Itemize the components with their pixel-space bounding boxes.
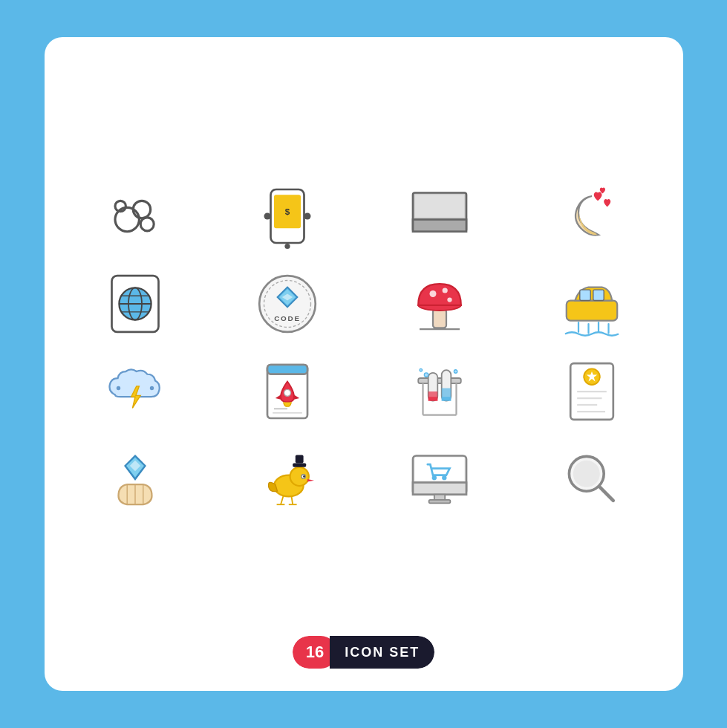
badge: 16 ICON SET: [293, 636, 435, 669]
svg-rect-12: [415, 195, 465, 218]
svg-rect-46: [418, 378, 461, 383]
svg-rect-55: [442, 397, 451, 400]
svg-rect-74: [293, 463, 306, 467]
svg-rect-32: [580, 290, 590, 300]
icons-grid: $: [74, 67, 653, 628]
svg-point-57: [454, 370, 457, 374]
icon-search: [531, 446, 653, 513]
svg-rect-25: [433, 309, 446, 328]
svg-rect-42: [267, 365, 307, 374]
svg-rect-31: [567, 301, 617, 321]
svg-rect-52: [428, 397, 438, 400]
svg-rect-75: [296, 455, 304, 464]
svg-rect-89: [434, 495, 445, 500]
svg-point-40: [150, 386, 154, 390]
svg-point-8: [304, 213, 311, 220]
svg-rect-90: [429, 500, 451, 504]
icon-mushroom: [379, 270, 501, 337]
icon-diamond-hand: [74, 446, 197, 513]
icon-lab-tubes: [379, 358, 501, 425]
icon-startup-doc: [226, 358, 349, 425]
svg-point-87: [432, 475, 437, 480]
svg-line-79: [291, 496, 293, 505]
svg-point-56: [424, 373, 428, 377]
icon-code-badge: CODE: [226, 270, 349, 337]
icon-globe-app: [74, 270, 197, 337]
icon-bubbles: [74, 183, 197, 250]
icon-online-shop: [379, 446, 501, 513]
icon-bird: [226, 446, 349, 513]
svg-point-1: [133, 201, 150, 218]
svg-rect-85: [413, 483, 466, 495]
icon-flood-car: [531, 270, 653, 337]
card: $: [45, 37, 683, 691]
svg-rect-11: [413, 220, 466, 232]
icon-taxi-app: $: [226, 183, 349, 250]
svg-line-93: [599, 487, 613, 501]
svg-point-88: [442, 475, 446, 480]
svg-point-2: [140, 218, 154, 231]
icon-storm-brain: [74, 358, 197, 425]
svg-line-78: [281, 496, 284, 505]
icon-monitor: [379, 183, 501, 250]
svg-point-9: [284, 244, 290, 249]
svg-point-73: [290, 467, 309, 486]
svg-rect-33: [593, 290, 604, 300]
svg-point-28: [443, 287, 448, 293]
svg-point-29: [447, 297, 451, 302]
svg-text:$: $: [285, 207, 290, 216]
icon-invoice-doc: [531, 358, 653, 425]
svg-text:CODE: CODE: [274, 314, 301, 322]
svg-point-92: [573, 461, 600, 487]
icon-moon-love: [531, 183, 653, 250]
svg-point-7: [264, 213, 271, 220]
svg-point-27: [430, 290, 437, 297]
svg-point-77: [303, 475, 305, 478]
svg-point-43: [284, 389, 291, 396]
badge-label: ICON SET: [330, 636, 434, 669]
svg-point-39: [117, 386, 120, 390]
svg-point-58: [420, 368, 423, 371]
